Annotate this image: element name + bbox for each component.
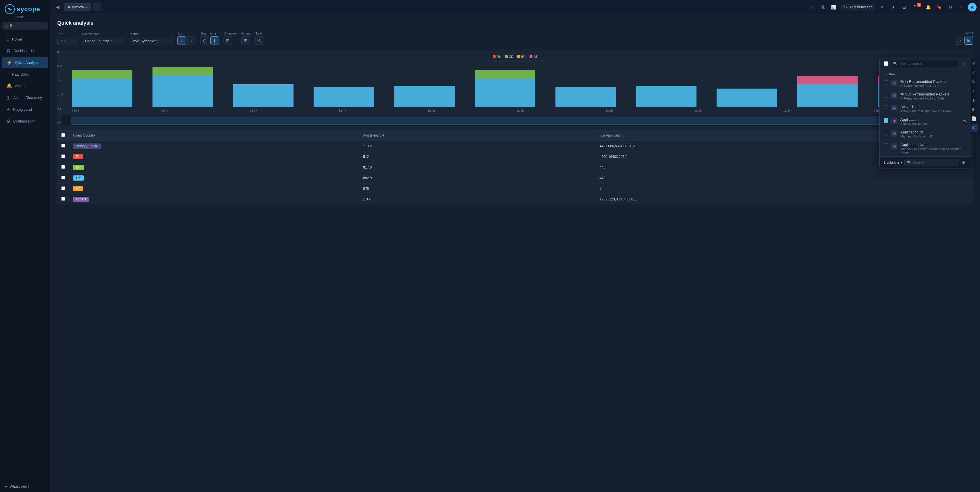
x-label-1: 13:40 <box>161 109 168 113</box>
row-checkbox[interactable] <box>61 144 65 148</box>
sort-asc-button[interactable]: ↓ <box>178 36 186 45</box>
sort-desc-button[interactable]: ↑ <box>187 36 196 45</box>
item-checkbox[interactable] <box>884 106 888 110</box>
row-checkbox[interactable] <box>61 197 65 201</box>
dropdown-search-input[interactable] <box>899 62 956 65</box>
sidebar-item-assets-discovery[interactable]: ◎ Assets Discovery <box>2 92 48 103</box>
row-join-cell: 123,0,123,0,443,8088,... <box>596 194 973 205</box>
settings-icon[interactable]: ⚙ <box>946 3 954 11</box>
pie-chart-button[interactable]: ◴ <box>200 36 209 45</box>
layout-label: Layout <box>964 31 973 35</box>
close-icon[interactable]: ✕ <box>878 3 886 11</box>
timeline-bar[interactable] <box>62 115 969 125</box>
table-header-row: Client Country Avg Bytes/pkt join Applic… <box>57 130 973 141</box>
columns-label: 1 columns <box>884 160 899 165</box>
total-toggle-button[interactable]: ⊘ <box>255 36 264 45</box>
sidebar-item-raw-data[interactable]: ≡ Raw Data <box>2 69 48 79</box>
playground-icon: ✦ <box>6 107 10 112</box>
chevron-down-icon: ▾ <box>64 40 65 43</box>
item-icon: ▦ <box>891 143 897 149</box>
sidebar-item-quick-analysis[interactable]: ⚡ Quick Analysis <box>2 57 48 68</box>
data-table-container: Client Country Avg Bytes/pkt join Applic… <box>57 130 973 205</box>
others-toggle-button[interactable]: ⊞ <box>241 36 250 45</box>
dropdown-item-out-retransmitted[interactable]: ▦ % Out Retransmitted Packets % Retransm… <box>880 90 971 102</box>
chevron-down-icon: ▾ <box>900 161 902 164</box>
sidebar-item-alerts[interactable]: 🔔 Alerts <box>2 80 48 91</box>
dropdown-item-application[interactable]: ✓ ◉ Application Application Number ↖ <box>880 115 971 128</box>
x-label-3: 13:44 <box>339 109 346 113</box>
dropdown-item-application-id[interactable]: ▦ Application Id Mapper - Application ID <box>880 128 971 140</box>
bell-icon[interactable]: 🔔 <box>924 3 932 11</box>
clock-icon: ⏱ <box>844 5 847 9</box>
nav-back-button[interactable]: ◀ <box>54 3 62 11</box>
netflow-tab[interactable]: ◈ netflow ▾ <box>64 3 91 11</box>
alert-count: 5 <box>10 24 12 28</box>
avatar[interactable]: A <box>968 3 977 11</box>
item-checkbox[interactable] <box>884 143 888 148</box>
item-text: Active Time Active Time of unique flow (… <box>900 105 967 113</box>
history-icon[interactable]: 📊 <box>830 3 838 11</box>
main-area: ◀ ◈ netflow ▾ + ☆ ⚗ 📊 ⏱ 30 Minutes ago ✕… <box>50 0 980 492</box>
layout-single-button[interactable]: ▭ <box>955 36 963 44</box>
bookmark-star-icon[interactable]: ★ <box>889 3 897 11</box>
grid-refresh-icon[interactable]: ⊞ <box>900 3 908 11</box>
column-picker-dropdown: 🔍 ✕ netflow ▦ % In Retransmitted Packets… <box>879 57 971 168</box>
dropdown-footer: 1 columns ▾ 🔍 ⚙ <box>880 156 971 168</box>
add-tab-button[interactable]: + <box>93 3 101 11</box>
dropdown-close-button[interactable]: ✕ <box>961 60 967 67</box>
footer-search-input[interactable] <box>913 160 955 165</box>
dropdown-item-in-retransmitted[interactable]: ▦ % In Retransmitted Packets % Retransmi… <box>880 77 971 90</box>
row-checkbox[interactable] <box>61 186 65 190</box>
table-col-avg: Avg Bytes/pkt <box>359 130 595 141</box>
item-text: Application Id Mapper - Application ID <box>900 130 967 138</box>
filter-icon[interactable]: ⚗ <box>819 3 827 11</box>
alert-banner[interactable]: ⚠ 5 <box>2 22 48 30</box>
row-checkbox[interactable] <box>61 176 65 179</box>
bookmark-icon[interactable]: 🔖 <box>935 3 943 11</box>
country-badge: PL <box>73 154 83 159</box>
layout-split-button[interactable]: ⊟ <box>964 36 973 44</box>
sidebar-item-configuration[interactable]: ⚙ Configuration ▾ <box>2 116 48 127</box>
row-checkbox[interactable] <box>61 154 65 158</box>
item-checkbox-checked[interactable]: ✓ <box>884 118 888 123</box>
svg-rect-17 <box>555 87 616 107</box>
sycope-logo-icon <box>5 4 15 14</box>
cursor-indicator: ↖ <box>963 118 967 124</box>
item-subtitle: Mapper - Application ID <box>900 135 967 138</box>
chevron-down-icon: ▾ <box>158 40 159 43</box>
chart-with-axis: 2.5 k 2 k 1.5 k 1 k 500 0 <box>62 61 969 108</box>
item-checkbox[interactable] <box>884 131 888 135</box>
sidebar-item-home[interactable]: ⌂ Home <box>2 33 48 44</box>
whats-new-link[interactable]: ✦ What's new? <box>5 484 45 489</box>
svg-rect-10 <box>153 76 213 107</box>
dimension-select[interactable]: Client Country ▾ <box>82 37 125 45</box>
country-badge: BR <box>73 165 84 170</box>
select-all-checkbox[interactable] <box>61 133 65 137</box>
settings-icon[interactable]: ⚙ <box>960 159 967 166</box>
sort-icons: ↓ ↑ <box>178 36 196 45</box>
star-icon[interactable]: ☆ <box>808 3 816 11</box>
sidebar-item-dashboards[interactable]: ▦ Dashboards <box>2 45 48 56</box>
dropdown-item-active-time[interactable]: ◉ Active Time Active Time of unique flow… <box>880 102 971 115</box>
sidebar-item-playground[interactable]: ✦ Playground <box>2 104 48 115</box>
columns-select[interactable]: 1 columns ▾ <box>884 160 902 165</box>
dropdown-select-all-checkbox[interactable] <box>884 61 888 66</box>
bar-chart-button[interactable]: ▮ <box>210 36 219 45</box>
item-checkbox[interactable] <box>884 93 888 97</box>
item-text: Application Application Number <box>900 117 960 125</box>
dropdown-item-application-name[interactable]: ▦ Application Name Mapper - Application … <box>880 140 971 156</box>
legend-label-de: DE <box>509 55 513 59</box>
row-checkbox[interactable] <box>61 165 65 169</box>
sidebar-item-label: Configuration <box>13 119 35 123</box>
metric-value: Avg Bytes/pkt <box>133 39 156 43</box>
timestamp-badge[interactable]: ⏱ 30 Minutes ago <box>841 4 875 10</box>
others-control: Others ⊞ <box>241 32 251 45</box>
top-select[interactable]: 5 ▾ <box>57 37 77 45</box>
tab-icon: ◈ <box>68 5 70 9</box>
item-checkbox[interactable] <box>884 80 888 85</box>
help-icon[interactable]: ? <box>957 3 965 11</box>
unknown-toggle-button[interactable]: ⊞ <box>223 36 232 45</box>
metric-select[interactable]: Avg Bytes/pkt ▾ <box>130 37 173 45</box>
assets-discovery-icon: ◎ <box>6 95 10 100</box>
legend-br: BR <box>517 55 525 59</box>
